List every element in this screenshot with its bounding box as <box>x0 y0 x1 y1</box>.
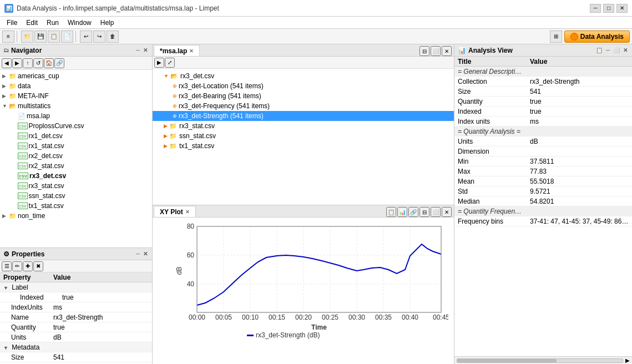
xy-plot-panel: XY Plot ✕ 📋 📊 🔗 ⊟ ⬜ ✕ <box>153 205 454 364</box>
xy-tab-ctrl4[interactable]: ⊟ <box>419 207 429 217</box>
props-tb-btn2[interactable]: ✏ <box>12 261 22 271</box>
xy-tab-ctrl2[interactable]: 📊 <box>397 207 407 217</box>
props-row-name[interactable]: Name rx3_det-Strength <box>0 312 152 322</box>
toolbar-btn-6[interactable]: ↩ <box>80 31 92 43</box>
main-layout: 🗂 Navigator ─ ✕ ◀ ▶ ↑ ↺ 🏠 🔗 ▶ 📁 americas… <box>0 44 632 364</box>
msa-row-ssn-stat-csv[interactable]: ▶ 📁 ssn_stat.csv <box>153 131 454 141</box>
svg-text:Time: Time <box>311 323 327 331</box>
msa-tb1[interactable]: ▶ <box>154 58 164 68</box>
msa-row-strength[interactable]: ⊕ rx3_det-Strength (541 items) <box>153 111 454 121</box>
xy-tab-ctrl1[interactable]: 📋 <box>386 207 396 217</box>
nav-link-btn[interactable]: 🔗 <box>54 58 64 68</box>
minimize-button[interactable]: ─ <box>590 4 601 13</box>
msa-row-frequency[interactable]: ⊕ rx3_det-Frequency (541 items) <box>153 101 454 111</box>
tree-item-rx2-stat[interactable]: csv rx2_stat.csv <box>0 161 152 171</box>
toolbar-btn-4[interactable]: 📋 <box>48 31 60 43</box>
navigator-minimize-btn[interactable]: ─ <box>135 47 141 53</box>
props-row-label-section: ▼ Label <box>0 282 152 292</box>
properties-table: ▼ Label Indexed true IndexUnits ms Name … <box>0 282 152 362</box>
analysis-scrollbar-thumb[interactable] <box>457 359 557 362</box>
toolbar-right-btn[interactable]: ⊞ <box>550 31 562 43</box>
msa-tb2[interactable]: ⤢ <box>165 58 175 68</box>
tree-item-rx2-det[interactable]: csv rx2_det.csv <box>0 151 152 161</box>
navigator-panel: 🗂 Navigator ─ ✕ ◀ ▶ ↑ ↺ 🏠 🔗 ▶ 📁 americas… <box>0 44 153 364</box>
toolbar-btn-5[interactable]: 📄 <box>61 31 73 43</box>
title-bar-text: Data Analysis - info.limpet.sample_data/… <box>17 4 587 12</box>
menu-window[interactable]: Window <box>63 18 96 28</box>
nav-refresh-btn[interactable]: ↺ <box>33 58 43 68</box>
analysis-row-std: Std 9.5721 <box>454 186 632 196</box>
data-analysis-button[interactable]: Data Analysis <box>564 31 630 43</box>
tree-item-msa-lap[interactable]: 📄 msa.lap <box>0 111 152 121</box>
properties-table-header: Property Value <box>0 272 152 282</box>
navigator-close-btn[interactable]: ✕ <box>142 47 149 53</box>
msa-row-tx1-stat-csv[interactable]: ▶ 📁 tx1_stat.csv <box>153 141 454 151</box>
analysis-copy-btn[interactable]: 📋 <box>595 47 604 53</box>
tree-item-americas_cup[interactable]: ▶ 📁 americas_cup <box>0 71 152 81</box>
close-button[interactable]: ✕ <box>616 4 628 13</box>
menu-edit[interactable]: Edit <box>22 18 42 28</box>
msa-tab-close-all[interactable]: ✕ <box>442 46 452 56</box>
tree-item-non-time[interactable]: ▶ 📁 non_time <box>0 211 152 221</box>
nav-back-btn[interactable]: ◀ <box>2 58 12 68</box>
toolbar-btn-2[interactable]: 📁 <box>21 31 33 43</box>
msa-tab-close[interactable]: ✕ <box>189 48 194 54</box>
nav-home-btn[interactable]: 🏠 <box>44 58 54 68</box>
props-close-btn[interactable]: ✕ <box>142 251 149 257</box>
toolbar-btn-8[interactable]: 🗑 <box>107 31 119 43</box>
toolbar-btn-1[interactable]: ≡ <box>2 31 14 43</box>
tree-item-proploss[interactable]: csv ProplossCurve.csv <box>0 121 152 131</box>
menu-bar: File Edit Run Window Help <box>0 17 632 29</box>
properties-header: ⚙ Properties ─ ✕ <box>0 248 152 260</box>
msa-tab-ctrl1[interactable]: ⊟ <box>419 46 429 56</box>
msa-tab[interactable]: *msa.lap ✕ <box>154 45 200 56</box>
tree-item-tx1-stat[interactable]: csv tx1_stat.csv <box>0 201 152 211</box>
analysis-row-max: Max 77.83 <box>454 166 632 176</box>
nav-forward-btn[interactable]: ▶ <box>12 58 22 68</box>
tree-item-meta-inf[interactable]: ▶ 📁 META-INF <box>0 91 152 101</box>
menu-help[interactable]: Help <box>96 18 119 28</box>
nav-up-btn[interactable]: ↑ <box>23 58 33 68</box>
xy-tab-ctrl5[interactable]: ⬜ <box>431 207 441 217</box>
props-tb-btn3[interactable]: ✚ <box>23 261 33 271</box>
tree-item-rx1-det[interactable]: csv rx1_det.csv <box>0 131 152 141</box>
toolbar-btn-7[interactable]: ↪ <box>93 31 105 43</box>
xy-plot-svg: 80 60 40 00:00 00:05 00:10 00:15 00:20 0… <box>175 221 448 342</box>
props-tb-btn4[interactable]: ✖ <box>33 261 43 271</box>
xy-tab-close[interactable]: ✕ <box>185 209 190 215</box>
svg-rect-27 <box>247 335 254 336</box>
analysis-close-btn[interactable]: ✕ <box>622 47 629 53</box>
tree-item-multistatics[interactable]: ▼ 📂 multistatics <box>0 101 152 111</box>
props-row-quantity[interactable]: Quantity true <box>0 322 152 332</box>
menu-file[interactable]: File <box>2 18 22 28</box>
props-row-units[interactable]: Units dB <box>0 332 152 342</box>
scroll-right-btn[interactable]: ▶ <box>625 357 630 363</box>
props-minimize-btn[interactable]: ─ <box>135 251 141 257</box>
xy-tab[interactable]: XY Plot ✕ <box>154 206 196 217</box>
tree-item-data[interactable]: ▶ 📁 data <box>0 81 152 91</box>
xy-tab-close-btn[interactable]: ✕ <box>442 207 452 217</box>
tree-item-ssn-stat[interactable]: csv ssn_stat.csv <box>0 191 152 201</box>
menu-run[interactable]: Run <box>42 18 63 28</box>
analysis-scrollbar[interactable] <box>457 358 623 363</box>
toolbar-btn-3[interactable]: 💾 <box>34 31 47 43</box>
xy-tab-ctrl3[interactable]: 🔗 <box>408 207 418 217</box>
msa-row-location[interactable]: ⊕ rx3_det-Location (541 items) <box>153 81 454 91</box>
tree-item-rx1-stat[interactable]: csv rx1_stat.csv <box>0 141 152 151</box>
props-row-indexunits[interactable]: IndexUnits ms <box>0 302 152 312</box>
props-tb-btn1[interactable]: ☰ <box>2 261 12 271</box>
analysis-scroll-area[interactable]: ▶ <box>454 356 632 364</box>
props-row-size[interactable]: Size 541 <box>0 352 152 362</box>
analysis-minimize-btn[interactable]: ─ <box>605 47 611 53</box>
maximize-button[interactable]: □ <box>603 4 614 13</box>
props-row-indexed[interactable]: Indexed true <box>0 292 152 302</box>
analysis-maximize-btn[interactable]: ⬜ <box>612 47 621 53</box>
msa-tab-controls: ⊟ ⬜ ✕ <box>419 46 454 56</box>
msa-tab-ctrl2[interactable]: ⬜ <box>431 46 441 56</box>
msa-row-bearing[interactable]: ⊕ rx3_det-Bearing (541 items) <box>153 91 454 101</box>
msa-row-rx3-stat-csv[interactable]: ▶ 📁 rx3_stat.csv <box>153 121 454 131</box>
tree-item-rx3-stat[interactable]: csv rx3_stat.csv <box>0 181 152 191</box>
tree-item-rx3-det[interactable]: csv rx3_det.csv <box>0 171 152 181</box>
svg-text:00:25: 00:25 <box>322 314 338 321</box>
msa-row-rx3-det-csv[interactable]: ▼ 📂 rx3_det.csv <box>153 71 454 81</box>
